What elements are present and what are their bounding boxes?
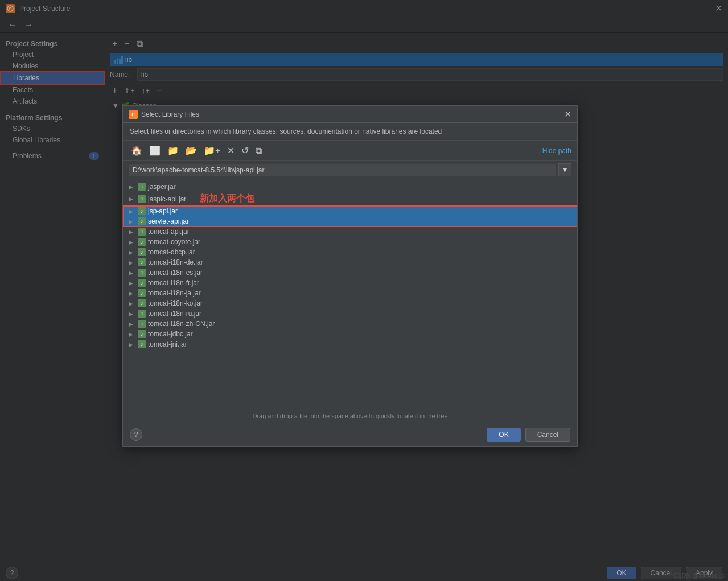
folder-up-button[interactable]: 📂 [183, 144, 199, 157]
jar-icon: J [138, 340, 146, 348]
dialog-help-button[interactable]: ? [130, 428, 142, 441]
home-button[interactable]: 🏠 [129, 144, 145, 157]
dialog-footer: ? OK Cancel [123, 423, 577, 446]
jar-icon: J [138, 269, 146, 277]
jar-icon: J [138, 330, 146, 338]
file-item-tomcat-i18n-ja[interactable]: ▶ J tomcat-i18n-ja.jar [123, 288, 577, 298]
jar-icon: J [138, 258, 146, 266]
file-label: tomcat-coyote.jar [148, 238, 200, 246]
file-item-tomcat-dbcp[interactable]: ▶ J tomcat-dbcp.jar [123, 247, 577, 257]
file-label: tomcat-i18n-ja.jar [148, 289, 201, 297]
select-library-files-dialog: P Select Library Files ✕ Select files or… [122, 105, 578, 447]
expand-arrow: ▶ [129, 331, 135, 337]
jar-icon: J [138, 279, 146, 287]
jar-icon: J [138, 289, 146, 297]
expand-arrow: ▶ [129, 280, 135, 286]
dialog-cancel-button[interactable]: Cancel [525, 428, 570, 442]
copy-button[interactable]: ⧉ [253, 145, 264, 157]
file-item-tomcat-i18n-zh-CN[interactable]: ▶ J tomcat-i18n-zh-CN.jar [123, 319, 577, 329]
expand-arrow: ▶ [129, 196, 135, 202]
jar-icon: J [138, 320, 146, 328]
desktop-button[interactable]: ⬜ [147, 144, 163, 157]
expand-arrow: ▶ [129, 184, 135, 190]
path-bar: ▼ [123, 161, 577, 179]
expand-arrow: ▶ [129, 219, 135, 225]
file-label: tomcat-dbcp.jar [148, 248, 195, 256]
expand-arrow: ▶ [129, 259, 135, 266]
new-folder-button[interactable]: 📁+ [201, 144, 223, 157]
dialog-title-left: P Select Library Files [129, 110, 199, 119]
jar-icon: J [138, 183, 146, 191]
drag-hint: Drag and drop a file into the space abov… [123, 409, 577, 423]
file-label: tomcat-i18n-es.jar [148, 269, 203, 277]
dialog-footer-buttons: OK Cancel [487, 428, 570, 442]
folder-button[interactable]: 📁 [165, 144, 181, 157]
dialog-icon: P [129, 110, 138, 119]
file-label: jsp-api.jar [148, 207, 178, 215]
expand-arrow: ▶ [129, 290, 135, 296]
expand-arrow: ▶ [129, 300, 135, 307]
jar-icon: J [138, 310, 146, 318]
file-item-tomcat-i18n-de[interactable]: ▶ J tomcat-i18n-de.jar [123, 257, 577, 267]
file-label: jaspic-api.jar [148, 195, 186, 203]
expand-arrow: ▶ [129, 249, 135, 256]
file-label: jasper.jar [148, 183, 176, 191]
file-label: tomcat-i18n-zh-CN.jar [148, 320, 215, 328]
jar-icon: J [138, 228, 146, 236]
expand-arrow: ▶ [129, 239, 135, 245]
dialog-toolbar: 🏠 ⬜ 📁 📂 📁+ ✕ ↺ ⧉ Hide path [123, 141, 577, 161]
file-label: tomcat-api.jar [148, 228, 190, 236]
file-item-tomcat-jdbc[interactable]: ▶ J tomcat-jdbc.jar [123, 329, 577, 339]
path-dropdown-button[interactable]: ▼ [558, 163, 571, 176]
file-item-tomcat-api[interactable]: ▶ J tomcat-api.jar [123, 226, 577, 237]
file-label: tomcat-i18n-ko.jar [148, 299, 203, 307]
file-label: tomcat-i18n-ru.jar [148, 310, 201, 318]
jar-icon: J [138, 299, 146, 307]
file-label: tomcat-jni.jar [148, 340, 187, 348]
jar-icon: J [138, 195, 146, 203]
file-item-tomcat-i18n-fr[interactable]: ▶ J tomcat-i18n-fr.jar [123, 278, 577, 288]
file-tree: ▶ J jasper.jar ▶ J jaspic-api.jar 新加入两个包… [123, 179, 577, 409]
file-item-tomcat-jni[interactable]: ▶ J tomcat-jni.jar [123, 339, 577, 349]
expand-arrow: ▶ [129, 270, 135, 276]
refresh-button[interactable]: ↺ [239, 144, 251, 157]
dialog-ok-button[interactable]: OK [487, 428, 520, 442]
expand-arrow: ▶ [129, 229, 135, 235]
expand-arrow: ▶ [129, 311, 135, 317]
expand-arrow: ▶ [129, 321, 135, 327]
dialog-title-bar: P Select Library Files ✕ [123, 106, 577, 123]
selected-group: ▶ J jsp-api.jar ▶ J servlet-api.jar [123, 206, 577, 226]
file-item-jasper[interactable]: ▶ J jasper.jar [123, 182, 577, 192]
delete-button[interactable]: ✕ [225, 144, 237, 157]
jar-icon: J [138, 248, 146, 256]
file-label: tomcat-i18n-fr.jar [148, 279, 199, 287]
jar-icon: J [138, 238, 146, 246]
dialog-toolbar-left: 🏠 ⬜ 📁 📂 📁+ ✕ ↺ ⧉ [129, 144, 264, 157]
file-item-tomcat-i18n-ko[interactable]: ▶ J tomcat-i18n-ko.jar [123, 298, 577, 308]
expand-arrow: ▶ [129, 208, 135, 215]
dialog-subtitle: Select files or directories in which lib… [123, 123, 577, 141]
expand-arrow: ▶ [129, 341, 135, 348]
dialog-title: Select Library Files [141, 110, 199, 118]
file-item-jsp-api[interactable]: ▶ J jsp-api.jar [123, 206, 577, 216]
file-item-tomcat-i18n-ru[interactable]: ▶ J tomcat-i18n-ru.jar [123, 308, 577, 319]
dialog-close-button[interactable]: ✕ [564, 109, 571, 120]
path-input[interactable] [129, 164, 556, 176]
file-label: servlet-api.jar [148, 217, 189, 225]
file-label: tomcat-jdbc.jar [148, 330, 193, 338]
file-label: tomcat-i18n-de.jar [148, 258, 203, 266]
hide-path-button[interactable]: Hide path [542, 147, 571, 155]
file-item-tomcat-i18n-es[interactable]: ▶ J tomcat-i18n-es.jar [123, 267, 577, 278]
jar-icon: J [138, 217, 146, 225]
dialog-overlay: P Select Library Files ✕ Select files or… [0, 0, 728, 581]
annotation-label: 新加入两个包 [200, 193, 254, 205]
jar-icon: J [138, 207, 146, 215]
file-item-jaspic-api[interactable]: ▶ J jaspic-api.jar 新加入两个包 [123, 192, 577, 206]
file-item-servlet-api[interactable]: ▶ J servlet-api.jar [123, 216, 577, 226]
file-item-tomcat-coyote[interactable]: ▶ J tomcat-coyote.jar [123, 237, 577, 247]
